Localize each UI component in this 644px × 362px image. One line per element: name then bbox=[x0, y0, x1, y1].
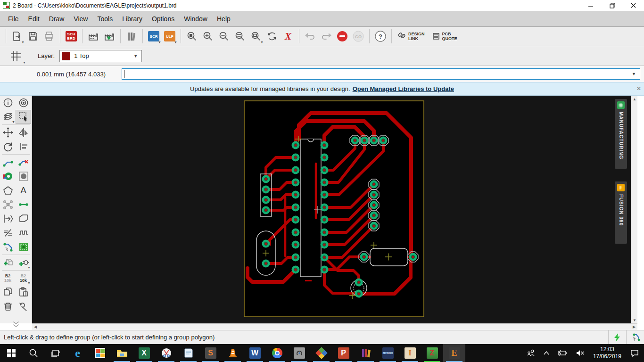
go-button[interactable]: GO bbox=[350, 28, 366, 44]
show-tool[interactable] bbox=[16, 96, 31, 110]
display-layers-tool[interactable]: ▼ bbox=[0, 110, 16, 124]
zoom-fit-button[interactable] bbox=[184, 28, 200, 44]
library-button[interactable] bbox=[124, 28, 140, 44]
open-managed-libraries-link[interactable]: Open Managed Libraries to Update bbox=[353, 85, 454, 92]
change-tool[interactable] bbox=[16, 299, 31, 313]
taskbar-clock[interactable]: 12:03 17/06/2019 bbox=[589, 346, 625, 360]
route-tool[interactable] bbox=[0, 240, 16, 254]
restore-button[interactable] bbox=[602, 0, 623, 11]
taskbar-diamond-app[interactable] bbox=[310, 344, 332, 362]
menu-window[interactable]: Window bbox=[180, 13, 212, 25]
task-view-button[interactable] bbox=[44, 344, 66, 362]
taskbar-excel[interactable]: X bbox=[133, 344, 155, 362]
vertical-scrollbar[interactable]: ▲ ▼ bbox=[631, 96, 637, 323]
menu-view[interactable]: View bbox=[69, 13, 92, 25]
close-button[interactable] bbox=[623, 0, 644, 11]
value-tool[interactable]: R210k ▼ bbox=[16, 271, 31, 285]
menu-edit[interactable]: Edit bbox=[24, 13, 44, 25]
taskbar-z-app[interactable]: Z bbox=[421, 344, 443, 362]
info-tool[interactable] bbox=[0, 96, 16, 110]
action-center-icon[interactable] bbox=[627, 344, 642, 362]
taskbar-winrar[interactable] bbox=[355, 344, 377, 362]
ratsnest-tool[interactable] bbox=[0, 197, 16, 212]
scroll-down-icon[interactable]: ▼ bbox=[631, 317, 637, 323]
menu-help[interactable]: Help bbox=[213, 13, 235, 25]
taskbar-i-app[interactable]: I bbox=[399, 344, 421, 362]
grid-button[interactable]: ▼ bbox=[6, 48, 26, 65]
taskbar-vlc[interactable] bbox=[222, 344, 244, 362]
fusion-360-tab[interactable]: F FUSION 360 bbox=[615, 181, 627, 244]
miter-tool[interactable] bbox=[16, 212, 31, 226]
minimize-button[interactable] bbox=[580, 0, 602, 11]
taskbar-3dwox[interactable]: 3DWOX bbox=[377, 344, 399, 362]
zoom-out-button[interactable] bbox=[216, 28, 232, 44]
taskbar-powerpoint[interactable]: P bbox=[332, 344, 355, 362]
cam-processor-icon[interactable] bbox=[85, 28, 101, 44]
menu-file[interactable]: File bbox=[4, 13, 23, 25]
taskbar-file-explorer[interactable] bbox=[111, 344, 133, 362]
start-button[interactable] bbox=[0, 344, 22, 362]
copy-tool[interactable] bbox=[0, 285, 16, 299]
command-input[interactable]: ▼ bbox=[122, 68, 640, 80]
people-icon[interactable] bbox=[523, 344, 538, 362]
board-canvas[interactable]: MANUFACTURING F FUSION 360 ▲ ▼ bbox=[32, 96, 637, 323]
add-device-tool[interactable]: ▼ bbox=[16, 255, 31, 270]
group-tool[interactable] bbox=[16, 110, 31, 124]
ratsnest-cancel-icon[interactable]: X bbox=[280, 28, 296, 44]
redo-button[interactable] bbox=[318, 28, 334, 44]
signal-tool[interactable] bbox=[16, 197, 31, 212]
run-ulp-button[interactable]: ULP ▼ bbox=[162, 28, 178, 44]
cam-import-icon[interactable] bbox=[101, 28, 117, 44]
taskbar-utility-app[interactable] bbox=[288, 344, 310, 362]
print-button[interactable] bbox=[41, 28, 57, 44]
undo-button[interactable] bbox=[302, 28, 318, 44]
zoom-select-button[interactable] bbox=[232, 28, 248, 44]
attribute-tool[interactable] bbox=[0, 212, 16, 226]
name-tool[interactable] bbox=[16, 140, 31, 154]
taskbar-snipping-tool[interactable] bbox=[155, 344, 177, 362]
name-value-tool[interactable]: R210k bbox=[0, 271, 16, 285]
taskbar-sublime[interactable]: S bbox=[199, 344, 222, 362]
scroll-left-icon[interactable]: ◀ bbox=[32, 324, 39, 330]
polygon-tool[interactable] bbox=[0, 183, 16, 197]
pad-tool[interactable] bbox=[16, 169, 31, 183]
menu-draw[interactable]: Draw bbox=[45, 13, 69, 25]
paste-tool[interactable] bbox=[16, 285, 31, 299]
manufacturing-tab[interactable]: MANUFACTURING bbox=[615, 99, 627, 169]
refresh-button[interactable] bbox=[264, 28, 280, 44]
text-tool[interactable]: A bbox=[16, 183, 31, 197]
mirror-tool[interactable] bbox=[16, 125, 31, 140]
quick-route-button[interactable] bbox=[608, 330, 626, 344]
design-link-button[interactable]: DESIGNLINK bbox=[395, 28, 429, 44]
scroll-right-icon[interactable]: ▶ bbox=[631, 324, 637, 330]
switch-to-schematic-button[interactable]: SCHBRD bbox=[63, 28, 79, 44]
taskbar-word[interactable]: W bbox=[244, 344, 266, 362]
taskbar-search-button[interactable] bbox=[22, 344, 44, 362]
palette-expand-button[interactable] bbox=[0, 317, 32, 331]
zoom-redraw-button[interactable]: ▼ bbox=[248, 28, 264, 44]
split-tool[interactable] bbox=[0, 226, 16, 240]
help-button[interactable]: ? bbox=[372, 28, 388, 44]
taskbar-eagle[interactable]: E bbox=[443, 344, 465, 362]
battery-icon[interactable] bbox=[554, 344, 570, 362]
layer-dropdown[interactable]: 1 Top ▼ bbox=[59, 50, 142, 62]
route-airwire-button[interactable] bbox=[626, 330, 644, 344]
taskbar-edge[interactable]: e bbox=[66, 344, 89, 362]
taskbar-notepad[interactable] bbox=[177, 344, 199, 362]
rotate-tool[interactable] bbox=[0, 140, 16, 154]
run-script-button[interactable]: SCR ▼ bbox=[146, 28, 162, 44]
via-tool[interactable] bbox=[0, 169, 16, 183]
pcb-quote-button[interactable]: PCBQUOTE bbox=[429, 28, 461, 44]
open-board-button[interactable]: ▼ bbox=[9, 28, 25, 44]
ripup-tool[interactable] bbox=[16, 155, 31, 169]
move-tool[interactable] bbox=[0, 125, 16, 140]
menu-library[interactable]: Library bbox=[118, 13, 147, 25]
stop-button[interactable] bbox=[334, 28, 350, 44]
notification-close-icon[interactable]: ✕ bbox=[636, 85, 641, 92]
taskbar-chrome[interactable] bbox=[266, 344, 288, 362]
scroll-up-icon[interactable]: ▲ bbox=[631, 96, 637, 102]
menu-tools[interactable]: Tools bbox=[93, 13, 117, 25]
menu-options[interactable]: Options bbox=[148, 13, 179, 25]
tray-expand-icon[interactable] bbox=[540, 344, 553, 362]
volume-muted-icon[interactable] bbox=[572, 344, 587, 362]
